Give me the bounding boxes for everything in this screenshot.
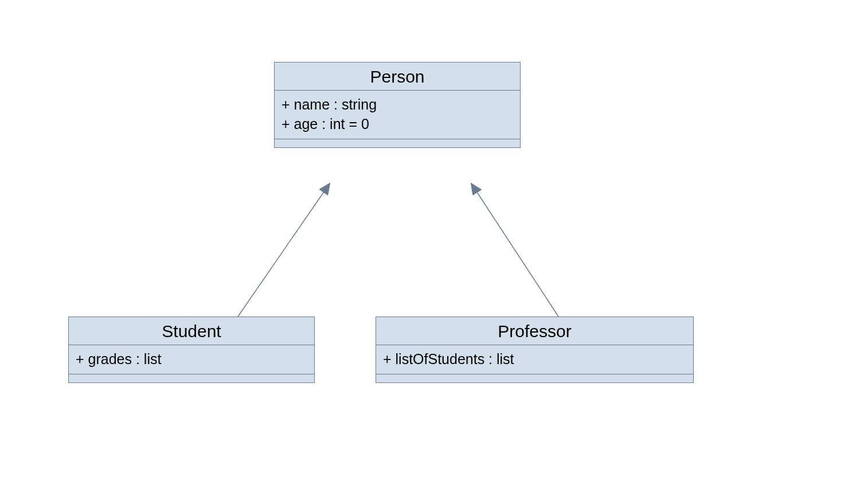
class-professor-attr-0: + listOfStudents : list [383, 350, 686, 369]
class-person-attr-0: + name : string [282, 95, 513, 115]
class-person: Person + name : string + age : int = 0 [274, 62, 521, 148]
generalization-student-person [238, 183, 330, 317]
class-student: Student + grades : list [68, 317, 315, 383]
generalization-professor-person [471, 183, 558, 317]
class-student-operations [69, 374, 314, 382]
class-professor-name: Professor [376, 317, 693, 345]
class-person-operations [275, 139, 520, 147]
class-student-attributes: + grades : list [69, 345, 314, 374]
uml-canvas: Person + name : string + age : int = 0 S… [0, 0, 860, 504]
class-student-name: Student [69, 317, 314, 345]
class-student-attr-0: + grades : list [76, 350, 307, 369]
class-professor-operations [376, 374, 693, 382]
class-person-name: Person [275, 62, 520, 91]
class-professor-attributes: + listOfStudents : list [376, 345, 693, 374]
class-person-attributes: + name : string + age : int = 0 [275, 91, 520, 139]
class-person-attr-1: + age : int = 0 [282, 115, 513, 134]
class-professor: Professor + listOfStudents : list [376, 317, 694, 383]
